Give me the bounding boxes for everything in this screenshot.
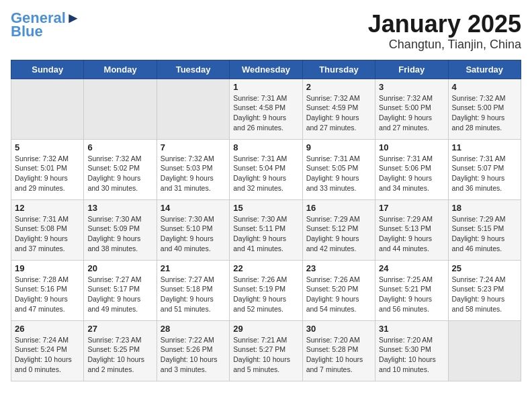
calendar-cell: 14Sunrise: 7:30 AM Sunset: 5:10 PM Dayli…: [157, 199, 229, 260]
calendar-cell: 13Sunrise: 7:30 AM Sunset: 5:09 PM Dayli…: [84, 199, 157, 260]
day-number: 23: [306, 263, 371, 273]
calendar-cell: 18Sunrise: 7:29 AM Sunset: 5:15 PM Dayli…: [448, 199, 521, 260]
day-number: 2: [306, 82, 371, 92]
calendar-week-row: 26Sunrise: 7:24 AM Sunset: 5:24 PM Dayli…: [11, 320, 521, 381]
calendar-cell: 12Sunrise: 7:31 AM Sunset: 5:08 PM Dayli…: [11, 199, 84, 260]
calendar-cell: 21Sunrise: 7:27 AM Sunset: 5:18 PM Dayli…: [157, 260, 229, 320]
cell-content: Sunrise: 7:26 AM Sunset: 5:20 PM Dayligh…: [306, 275, 371, 314]
cell-content: Sunrise: 7:30 AM Sunset: 5:11 PM Dayligh…: [233, 214, 298, 254]
weekday-header: Monday: [84, 60, 157, 79]
calendar-cell: 6Sunrise: 7:32 AM Sunset: 5:02 PM Daylig…: [84, 139, 157, 199]
cell-content: Sunrise: 7:30 AM Sunset: 5:10 PM Dayligh…: [161, 214, 226, 254]
calendar-cell: 23Sunrise: 7:26 AM Sunset: 5:20 PM Dayli…: [302, 260, 375, 320]
page-header: General► Blue January 2025 Changtun, Tia…: [11, 11, 521, 52]
day-number: 26: [15, 324, 80, 334]
calendar-cell: 19Sunrise: 7:28 AM Sunset: 5:16 PM Dayli…: [11, 260, 84, 320]
calendar-subtitle: Changtun, Tianjin, China: [368, 38, 521, 52]
day-number: 28: [161, 324, 226, 334]
calendar-cell: 31Sunrise: 7:20 AM Sunset: 5:30 PM Dayli…: [375, 320, 448, 381]
day-number: 30: [306, 324, 371, 334]
cell-content: Sunrise: 7:32 AM Sunset: 5:00 PM Dayligh…: [452, 93, 517, 133]
weekday-row: SundayMondayTuesdayWednesdayThursdayFrid…: [11, 60, 521, 79]
day-number: 16: [306, 203, 371, 213]
day-number: 29: [233, 324, 298, 334]
calendar-cell: 26Sunrise: 7:24 AM Sunset: 5:24 PM Dayli…: [11, 320, 84, 381]
calendar-cell: 22Sunrise: 7:26 AM Sunset: 5:19 PM Dayli…: [230, 260, 302, 320]
cell-content: Sunrise: 7:30 AM Sunset: 5:09 PM Dayligh…: [87, 214, 152, 254]
cell-content: Sunrise: 7:22 AM Sunset: 5:26 PM Dayligh…: [161, 335, 226, 375]
calendar-cell: 8Sunrise: 7:31 AM Sunset: 5:04 PM Daylig…: [230, 139, 302, 199]
cell-content: Sunrise: 7:28 AM Sunset: 5:16 PM Dayligh…: [15, 275, 80, 314]
day-number: 17: [379, 203, 444, 213]
calendar-cell: 30Sunrise: 7:20 AM Sunset: 5:28 PM Dayli…: [302, 320, 375, 381]
calendar-cell: 15Sunrise: 7:30 AM Sunset: 5:11 PM Dayli…: [230, 199, 302, 260]
day-number: 7: [161, 142, 226, 152]
calendar-cell: 9Sunrise: 7:31 AM Sunset: 5:05 PM Daylig…: [302, 139, 375, 199]
cell-content: Sunrise: 7:26 AM Sunset: 5:19 PM Dayligh…: [233, 275, 298, 314]
calendar-header: SundayMondayTuesdayWednesdayThursdayFrid…: [11, 60, 521, 79]
calendar-cell: [157, 79, 229, 139]
day-number: 14: [161, 203, 226, 213]
day-number: 4: [452, 82, 517, 92]
cell-content: Sunrise: 7:25 AM Sunset: 5:21 PM Dayligh…: [379, 275, 444, 314]
cell-content: Sunrise: 7:31 AM Sunset: 5:07 PM Dayligh…: [452, 154, 517, 193]
day-number: 27: [87, 324, 152, 334]
cell-content: Sunrise: 7:21 AM Sunset: 5:27 PM Dayligh…: [233, 335, 298, 375]
day-number: 3: [379, 82, 444, 92]
calendar-week-row: 19Sunrise: 7:28 AM Sunset: 5:16 PM Dayli…: [11, 260, 521, 320]
cell-content: Sunrise: 7:20 AM Sunset: 5:30 PM Dayligh…: [379, 335, 444, 375]
calendar-cell: [84, 79, 157, 139]
day-number: 12: [15, 203, 80, 213]
cell-content: Sunrise: 7:24 AM Sunset: 5:23 PM Dayligh…: [452, 275, 517, 314]
cell-content: Sunrise: 7:29 AM Sunset: 5:13 PM Dayligh…: [379, 214, 444, 254]
calendar-cell: 2Sunrise: 7:32 AM Sunset: 4:59 PM Daylig…: [302, 79, 375, 139]
logo-part2: Blue: [11, 23, 43, 40]
calendar-cell: 11Sunrise: 7:31 AM Sunset: 5:07 PM Dayli…: [448, 139, 521, 199]
calendar-cell: 1Sunrise: 7:31 AM Sunset: 4:58 PM Daylig…: [230, 79, 302, 139]
calendar-cell: 27Sunrise: 7:23 AM Sunset: 5:25 PM Dayli…: [84, 320, 157, 381]
calendar-cell: 10Sunrise: 7:31 AM Sunset: 5:06 PM Dayli…: [375, 139, 448, 199]
weekday-header: Friday: [375, 60, 448, 79]
day-number: 13: [87, 203, 152, 213]
cell-content: Sunrise: 7:32 AM Sunset: 5:00 PM Dayligh…: [379, 93, 444, 133]
day-number: 11: [452, 142, 517, 152]
calendar-cell: 16Sunrise: 7:29 AM Sunset: 5:12 PM Dayli…: [302, 199, 375, 260]
calendar-title: January 2025: [368, 11, 521, 38]
calendar-cell: 5Sunrise: 7:32 AM Sunset: 5:01 PM Daylig…: [11, 139, 84, 199]
day-number: 18: [452, 203, 517, 213]
calendar-cell: 7Sunrise: 7:32 AM Sunset: 5:03 PM Daylig…: [157, 139, 229, 199]
calendar-cell: 20Sunrise: 7:27 AM Sunset: 5:17 PM Dayli…: [84, 260, 157, 320]
calendar-cell: 29Sunrise: 7:21 AM Sunset: 5:27 PM Dayli…: [230, 320, 302, 381]
calendar-cell: 28Sunrise: 7:22 AM Sunset: 5:26 PM Dayli…: [157, 320, 229, 381]
cell-content: Sunrise: 7:24 AM Sunset: 5:24 PM Dayligh…: [15, 335, 80, 375]
weekday-header: Wednesday: [230, 60, 302, 79]
cell-content: Sunrise: 7:20 AM Sunset: 5:28 PM Dayligh…: [306, 335, 371, 375]
calendar-cell: [11, 79, 84, 139]
day-number: 19: [15, 263, 80, 273]
day-number: 25: [452, 263, 517, 273]
calendar-cell: 17Sunrise: 7:29 AM Sunset: 5:13 PM Dayli…: [375, 199, 448, 260]
calendar-week-row: 5Sunrise: 7:32 AM Sunset: 5:01 PM Daylig…: [11, 139, 521, 199]
calendar-week-row: 1Sunrise: 7:31 AM Sunset: 4:58 PM Daylig…: [11, 79, 521, 139]
cell-content: Sunrise: 7:31 AM Sunset: 4:58 PM Dayligh…: [233, 93, 298, 133]
day-number: 21: [161, 263, 226, 273]
calendar-cell: 4Sunrise: 7:32 AM Sunset: 5:00 PM Daylig…: [448, 79, 521, 139]
cell-content: Sunrise: 7:23 AM Sunset: 5:25 PM Dayligh…: [87, 335, 152, 375]
day-number: 10: [379, 142, 444, 152]
day-number: 31: [379, 324, 444, 334]
calendar-body: 1Sunrise: 7:31 AM Sunset: 4:58 PM Daylig…: [11, 79, 521, 381]
weekday-header: Sunday: [11, 60, 84, 79]
day-number: 15: [233, 203, 298, 213]
calendar-cell: 3Sunrise: 7:32 AM Sunset: 5:00 PM Daylig…: [375, 79, 448, 139]
cell-content: Sunrise: 7:32 AM Sunset: 5:03 PM Dayligh…: [161, 154, 226, 193]
cell-content: Sunrise: 7:29 AM Sunset: 5:15 PM Dayligh…: [452, 214, 517, 254]
cell-content: Sunrise: 7:32 AM Sunset: 4:59 PM Dayligh…: [306, 93, 371, 133]
title-block: January 2025 Changtun, Tianjin, China: [368, 11, 521, 52]
day-number: 24: [379, 263, 444, 273]
day-number: 1: [233, 82, 298, 92]
cell-content: Sunrise: 7:29 AM Sunset: 5:12 PM Dayligh…: [306, 214, 371, 254]
weekday-header: Thursday: [302, 60, 375, 79]
cell-content: Sunrise: 7:32 AM Sunset: 5:02 PM Dayligh…: [87, 154, 152, 193]
cell-content: Sunrise: 7:31 AM Sunset: 5:05 PM Dayligh…: [306, 154, 371, 193]
cell-content: Sunrise: 7:27 AM Sunset: 5:18 PM Dayligh…: [161, 275, 226, 314]
